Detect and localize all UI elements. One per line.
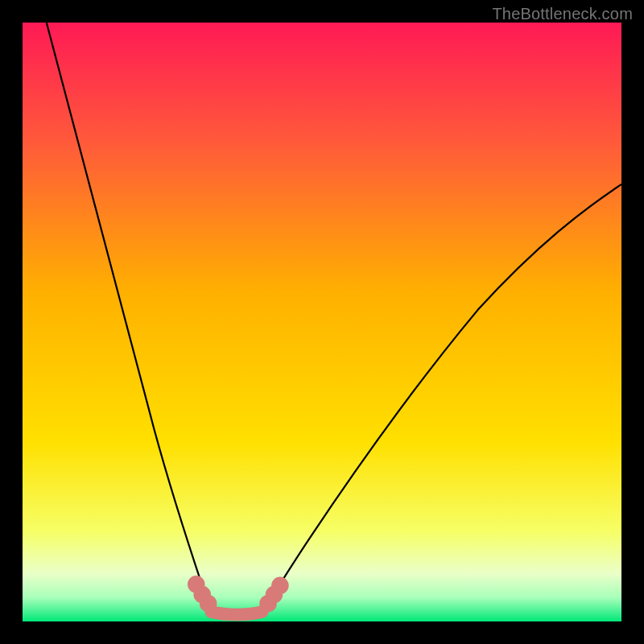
- svg-point-5: [275, 580, 286, 591]
- svg-point-2: [203, 598, 214, 609]
- source-watermark: TheBottleneck.com: [492, 5, 633, 23]
- gradient-background: [23, 23, 621, 621]
- chart-frame: TheBottleneck.com: [0, 0, 644, 644]
- bottleneck-chart: [23, 23, 621, 621]
